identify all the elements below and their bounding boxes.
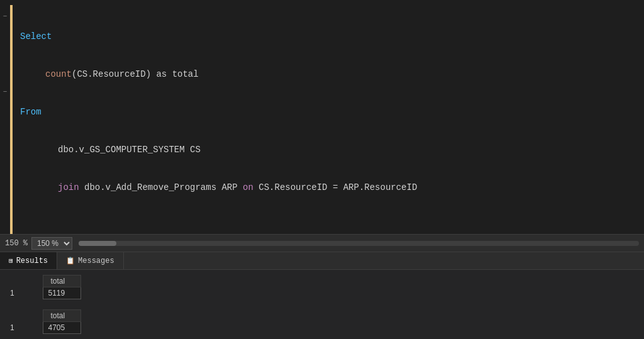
results-tab-label: Results [16, 257, 48, 265]
cell-total-2-1: 4705 [43, 322, 80, 334]
collapse-btn-2[interactable]: − [0, 86, 10, 98]
keyword-from-1: From [20, 106, 42, 118]
keyword-select-1: Select [20, 30, 52, 43]
code-line-5: join dbo.v_Add_Remove_Programs ARP on CS… [20, 181, 644, 194]
data-tables-area: total 1 5119 total [0, 270, 644, 339]
table-row: 1 5119 [5, 287, 80, 299]
zoom-dropdown[interactable]: 150 % 100 % 125 % 200 % [31, 237, 72, 250]
code-line-1: Select [20, 30, 644, 43]
result-grid-1: total 1 5119 [5, 275, 81, 299]
collapse-gutter: − − [0, 0, 10, 234]
messages-icon: 📋 [66, 257, 75, 265]
result-grid-2: total 1 4705 [5, 309, 81, 334]
func-count-1: count [45, 68, 72, 81]
results-tabs: ⊞ Results 📋 Messages [0, 252, 644, 270]
code-line-2: count(CS.ResourceID) as total [20, 68, 644, 81]
row-number-header-1 [5, 275, 43, 287]
tab-results[interactable]: ⊞ Results [0, 252, 57, 269]
code-line-6 [20, 219, 644, 231]
row-num-2-1: 1 [5, 322, 43, 334]
zoom-label: 150 % [5, 239, 28, 248]
code-line-4: dbo.v_GS_COMPUTER_SYSTEM CS [20, 143, 644, 156]
keyword-join-1: join [58, 181, 84, 194]
row-number-header-2 [5, 310, 43, 322]
result-block-1: total 1 5119 [5, 275, 639, 299]
editor-area: − − Select count(CS.ResourceID) as total… [0, 0, 644, 234]
table-ref-1: dbo.v_GS_COMPUTER_SYSTEM CS [58, 143, 201, 156]
result-block-2: total 1 4705 [5, 309, 639, 334]
cell-total-1-1: 5119 [43, 287, 80, 299]
table-row: 1 4705 [5, 322, 80, 334]
col-header-total-2: total [43, 310, 80, 322]
scrollbar-thumb[interactable] [79, 241, 116, 246]
results-icon: ⊞ [9, 257, 13, 265]
join-table-1: dbo.v_Add_Remove_Programs ARP [84, 181, 243, 194]
code-line-3: From [20, 106, 644, 118]
collapse-btn-1[interactable]: − [0, 10, 10, 23]
keyword-on-1: on [243, 181, 258, 194]
results-panel: ⊞ Results 📋 Messages total 1 5119 [0, 252, 644, 339]
messages-tab-label: Messages [78, 257, 114, 265]
tab-messages[interactable]: 📋 Messages [57, 252, 124, 269]
code-editor[interactable]: Select count(CS.ResourceID) as total Fro… [13, 0, 644, 234]
count-args-1: (CS.ResourceID) as total [72, 68, 199, 81]
col-header-total-1: total [43, 275, 80, 287]
scrollbar-track[interactable] [79, 241, 639, 246]
bottom-toolbar: 150 % 150 % 100 % 125 % 200 % [0, 234, 644, 252]
join-condition-1: CS.ResourceID = ARP.ResourceID [258, 181, 417, 194]
row-num-1-1: 1 [5, 287, 43, 299]
